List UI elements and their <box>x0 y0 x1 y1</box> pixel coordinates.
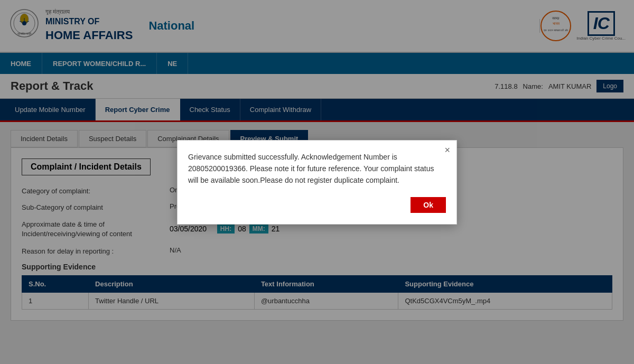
modal-ok-button[interactable]: Ok <box>411 197 446 213</box>
modal-overlay: × Grievance submitted successfully. Ackn… <box>0 0 634 364</box>
modal-message: Grievance submitted successfully. Acknow… <box>188 151 446 186</box>
modal-close-button[interactable]: × <box>444 145 450 156</box>
modal-footer: Ok <box>188 197 446 213</box>
modal-dialog: × Grievance submitted successfully. Ackn… <box>177 140 457 225</box>
